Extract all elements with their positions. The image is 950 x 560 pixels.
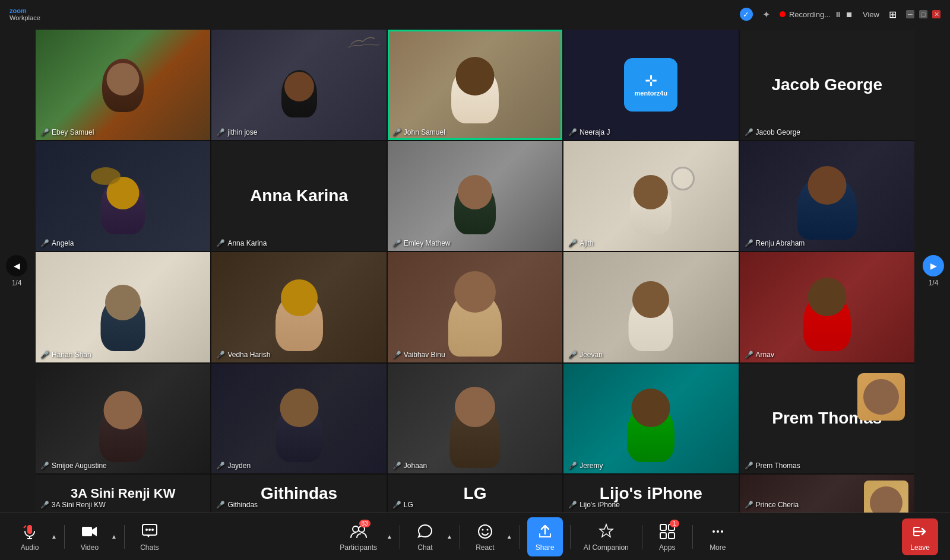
audio-button[interactable]: Audio (12, 518, 48, 555)
video-cell-neeraja-j[interactable]: ⊹ mentorz4u 🎤 Neeraja J (563, 30, 738, 140)
participants-label: Participants (340, 543, 377, 552)
mic-muted-icon: 🎤 (568, 239, 577, 247)
video-cell-johaan[interactable]: 🎤 Johaan (388, 364, 562, 474)
video-cell-lg[interactable]: LG 🎤 LG (388, 475, 562, 513)
page-number-right: 1/4 (923, 279, 944, 287)
video-cell-john-samuel[interactable]: 🎤 John Samuel (388, 30, 562, 140)
audio-caret[interactable]: ▲ (51, 533, 57, 540)
mic-muted-icon: 🎤 (216, 351, 225, 359)
video-cell-jithin-jose[interactable]: 🎤 jithin jose (211, 30, 386, 140)
video-cell-lijo-iphone[interactable]: Lijo's iPhone 🎤 Lijo's iPhone (563, 475, 738, 513)
video-cell-arnav[interactable]: 🎤 Arnav (740, 252, 914, 362)
video-cell-renju-abraham[interactable]: 🎤 Renju Abraham (740, 141, 914, 252)
close-button[interactable]: ✕ (932, 10, 940, 18)
name-johaan: 🎤 Johaan (392, 462, 427, 470)
chat-icon (416, 522, 435, 541)
view-grid-icon[interactable]: ⊞ (889, 9, 897, 20)
participants-caret[interactable]: ▲ (387, 533, 392, 540)
name-jithin-jose: 🎤 jithin jose (216, 128, 257, 136)
mic-muted-icon: 🎤 (568, 128, 577, 136)
svg-point-19 (721, 530, 723, 533)
video-cell-ajith[interactable]: 🎤 Ajith (563, 141, 738, 252)
mic-muted-icon: 🎤 (568, 462, 577, 470)
share-label: Share (536, 543, 555, 552)
name-emley-mathew: 🎤 Emley Mathew (392, 239, 451, 247)
name-jeevan: 🎤 Jeevan (568, 351, 603, 359)
mic-muted-icon: 🎤 (745, 351, 753, 359)
video-cell-anna-karina[interactable]: Anna Karina 🎤 Anna Karina (211, 141, 386, 252)
video-cell-ebey-samuel[interactable]: 🎤 Ebey Samuel (36, 30, 210, 140)
video-cell-angela[interactable]: 🎤 Angela (36, 141, 210, 252)
prev-page-button[interactable]: ◀ (6, 255, 27, 276)
video-cell-prince-cheria[interactable]: 🎤 Prince Cheria (740, 475, 914, 513)
chats-button[interactable]: Chats (132, 518, 167, 555)
participants-button[interactable]: 83 Participants (334, 518, 383, 555)
titlebar: zoom Workplace ✓ ✦ Recording... ⏸ ⏹ View… (0, 0, 950, 28)
video-cell-jeremy[interactable]: 🎤 Jeremy (563, 364, 738, 474)
name-lg: 🎤 LG (392, 501, 413, 509)
ai-companion-icon (597, 522, 616, 541)
apps-button[interactable]: 1 Apps (650, 518, 685, 555)
window-controls: ─ □ ✕ (906, 10, 940, 18)
more-button[interactable]: More (700, 518, 736, 555)
workplace-brand: Workplace (10, 14, 40, 21)
mic-muted-icon: 🎤 (745, 501, 753, 509)
name-jayden: 🎤 Jayden (216, 462, 251, 470)
name-jeremy: 🎤 Jeremy (568, 462, 603, 470)
video-cell-smijoe[interactable]: 🎤 Smijoe Augustine (36, 364, 210, 474)
big-name-anna-karina: Anna Karina (240, 177, 357, 215)
video-cell-jeevan[interactable]: 🎤 Jeevan (563, 252, 738, 362)
svg-point-18 (717, 530, 719, 533)
chat-button[interactable]: Chat (407, 518, 443, 555)
mic-muted-icon: 🎤 (745, 239, 753, 247)
participants-badge: 83 (359, 520, 370, 527)
audio-icon (20, 522, 39, 541)
video-cell-sini-renji[interactable]: 3A Sini Renji KW 🎤 3A Sini Renji KW (36, 475, 210, 513)
svg-point-17 (712, 530, 715, 533)
chat-label: Chat (417, 543, 432, 552)
mic-muted-icon: 🎤 (392, 239, 401, 247)
minimize-button[interactable]: ─ (906, 10, 914, 18)
react-caret[interactable]: ▲ (506, 533, 512, 540)
apps-badge: 1 (670, 520, 679, 527)
mic-muted-icon: 🎤 (568, 501, 577, 509)
video-cell-jayden[interactable]: 🎤 Jayden (211, 364, 386, 474)
video-caret[interactable]: ▲ (111, 533, 117, 540)
video-button[interactable]: Video (72, 518, 107, 555)
mic-muted-icon: 🎤 (40, 128, 49, 136)
name-vaibhav-binu: 🎤 Vaibhav Binu (392, 351, 445, 359)
ai-companion-button[interactable]: AI Companion (578, 518, 635, 555)
separator-3 (400, 525, 400, 549)
video-cell-jacob-george[interactable]: Jacob George 🎤 Jacob George (740, 30, 914, 140)
separator-7 (642, 525, 642, 549)
video-cell-emley-mathew[interactable]: 🎤 Emley Mathew (388, 141, 562, 252)
video-cell-prem-thomas[interactable]: Prem Thomas 🎤 Prem Thomas (740, 364, 914, 474)
page-nav-left: ◀ 1/4 (6, 255, 27, 287)
name-ebey-samuel: 🎤 Ebey Samuel (40, 128, 94, 136)
view-label: View (863, 10, 879, 19)
zoom-logo: zoom Workplace (10, 7, 40, 21)
security-shield-icon: ✓ (740, 8, 753, 21)
name-prem-thomas: 🎤 Prem Thomas (745, 462, 800, 470)
separator-8 (692, 525, 693, 549)
chat-caret[interactable]: ▲ (446, 533, 452, 540)
next-page-button[interactable]: ▶ (923, 255, 944, 276)
big-name-githindas: Githindas (251, 475, 347, 513)
mic-muted-icon: 🎤 (216, 462, 225, 470)
pause-icon[interactable]: ⏸ (834, 10, 842, 19)
video-cell-githindas[interactable]: Githindas 🎤 Githindas (211, 475, 386, 513)
name-vedha-harish: 🎤 Vedha Harish (216, 351, 270, 359)
name-smijoe: 🎤 Smijoe Augustine (40, 462, 107, 470)
maximize-button[interactable]: □ (919, 10, 927, 18)
name-arnav: 🎤 Arnav (745, 351, 774, 359)
leave-button[interactable]: Leave (902, 518, 938, 555)
share-button[interactable]: Share (527, 517, 563, 556)
video-cell-vaibhav-binu[interactable]: 🎤 Vaibhav Binu (388, 252, 562, 362)
stop-icon[interactable]: ⏹ (846, 10, 853, 19)
react-button[interactable]: React (467, 518, 503, 555)
video-cell-vedha-harish[interactable]: 🎤 Vedha Harish (211, 252, 386, 362)
chats-icon (140, 522, 159, 541)
video-cell-hanan-shan[interactable]: 🎤 Hanan Shan (36, 252, 210, 362)
mic-muted-icon: 🎤 (568, 351, 577, 359)
mic-muted-icon: 🎤 (745, 128, 753, 136)
